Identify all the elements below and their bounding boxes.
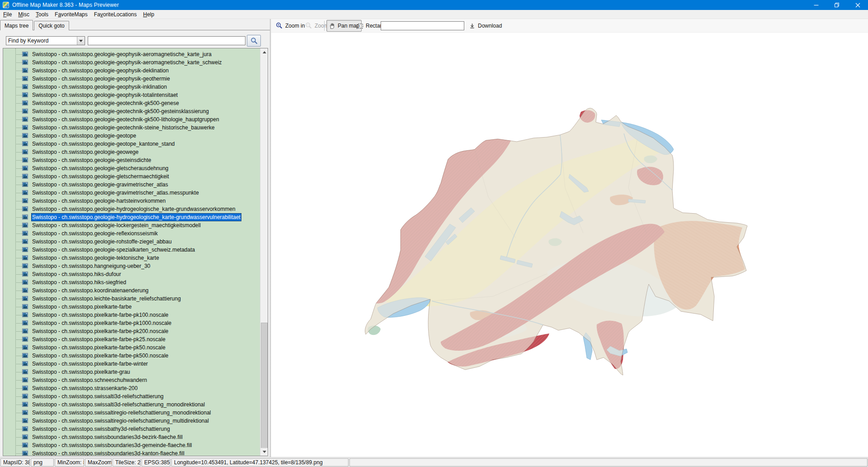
tree-connector [15,282,22,283]
tree-item[interactable]: Swisstopo - ch.swisstopo.geologie-gletsc… [3,164,268,172]
tree-item[interactable]: Swisstopo - ch.swisstopo.geologie-reflex… [3,229,268,238]
tree-item[interactable]: Swisstopo - ch.swisstopo.swissaltiregio-… [3,409,268,417]
tree-item[interactable]: Swisstopo - ch.swisstopo.geologie-spezia… [3,246,268,254]
tree-item[interactable]: Swisstopo - ch.swisstopo.geologie-hydrog… [3,213,268,221]
map-layer-icon [22,320,28,325]
search-input[interactable] [88,36,245,45]
tree-item-label: Swisstopo - ch.swisstopo.swissaltiregio-… [31,409,212,417]
map-canvas[interactable] [271,33,868,457]
tree-item[interactable]: Swisstopo - ch.swisstopo.geologie-geoweg… [3,148,268,156]
tree-item-label: Swisstopo - ch.swisstopo.geologie-gestei… [31,156,152,164]
search-mode-combobox[interactable]: Find by Keyword [6,36,85,45]
tree-item[interactable]: Swisstopo - ch.swisstopo.pixelkarte-farb… [3,311,268,319]
tree-item[interactable]: Swisstopo - ch.swisstopo.geologie-tekton… [3,254,268,262]
tree-item-label: Swisstopo - ch.swisstopo.pixelkarte-farb… [31,303,132,311]
tree-item[interactable]: Swisstopo - ch.swisstopo.koordinatenaend… [3,286,268,295]
scrollbar-thumb[interactable] [261,323,268,448]
tree-item[interactable]: Swisstopo - ch.swisstopo.swissboundaries… [3,433,268,441]
tab-maps-tree[interactable]: Maps tree [0,20,33,30]
tree-item[interactable]: Swisstopo - ch.swisstopo.hiks-siegfried [3,278,268,286]
map-layer-icon [22,410,28,415]
tree-item[interactable]: Swisstopo - ch.swisstopo.swissalti3d-rel… [3,392,268,400]
tree-item[interactable]: Swisstopo - ch.swisstopo.geologie-geotec… [3,115,268,124]
tree-scrollbar[interactable] [260,48,268,456]
tree-item[interactable]: Swisstopo - ch.swisstopo.swissboundaries… [3,449,268,456]
tree-item[interactable]: Swisstopo - ch.swisstopo.pixelkarte-farb… [3,303,268,311]
tree-item[interactable]: Swisstopo - ch.swisstopo.swissaltiregio-… [3,417,268,425]
scroll-up-button[interactable] [260,48,268,56]
tree-item[interactable]: Swisstopo - ch.swisstopo.geologie-gestei… [3,156,268,164]
tree-item[interactable]: Swisstopo - ch.swisstopo.geologie-gravim… [3,181,268,189]
chevron-down-icon[interactable] [77,37,85,45]
menu-help[interactable]: Help [140,10,158,19]
tree-item[interactable]: Swisstopo - ch.swisstopo.pixelkarte-grau [3,368,268,376]
tree-connector [15,225,22,226]
tree-item[interactable]: Swisstopo - ch.swisstopo.pixelkarte-farb… [3,343,268,352]
search-button[interactable] [247,35,261,47]
tree-item[interactable]: Swisstopo - ch.swisstopo.hangneigung-ueb… [3,262,268,270]
map-layer-icon [22,255,28,260]
tree-connector [15,242,22,242]
tree-item-label: Swisstopo - ch.swisstopo.swissalti3d-rel… [31,392,165,400]
tree-connector [15,152,22,152]
tree-item-label: Swisstopo - ch.swisstopo.swissboundaries… [31,441,193,449]
menu-favoritemaps[interactable]: FavoriteMaps [52,10,91,19]
zoom-in-button[interactable]: Zoom in [274,20,307,32]
tree-item[interactable]: Swisstopo - ch.swisstopo.geologie-geotec… [3,107,268,115]
menu-file[interactable]: File [0,10,15,19]
tree-item[interactable]: Swisstopo - ch.swisstopo.strassenkarte-2… [3,384,268,392]
tree-item[interactable]: Swisstopo - ch.swisstopo.geologie-geotec… [3,99,268,107]
menu-tools[interactable]: Tools [33,10,52,19]
tree-item[interactable]: Swisstopo - ch.swisstopo.swissboundaries… [3,441,268,449]
download-button[interactable]: Download [467,20,504,32]
tree-item[interactable]: Swisstopo - ch.swisstopo.geologie-geophy… [3,75,268,83]
tree-item[interactable]: Swisstopo - ch.swisstopo.swissbathy3d-re… [3,425,268,433]
restore-icon [834,2,840,8]
map-layer-icon [22,263,28,268]
toolbar-separator [324,21,325,31]
tree-item-label: Swisstopo - ch.swisstopo.swissbathy3d-re… [31,425,171,433]
tree-item[interactable]: Swisstopo - ch.swisstopo.pixelkarte-farb… [3,335,268,343]
tree-item[interactable]: Swisstopo - ch.swisstopo.hiks-dufour [3,270,268,278]
tree-item[interactable]: Swisstopo - ch.swisstopo.geologie-geotec… [3,124,268,132]
tree-item[interactable]: Swisstopo - ch.swisstopo.geologie-geophy… [3,91,268,99]
tree-item[interactable]: Swisstopo - ch.swisstopo.geologie-geophy… [3,50,268,58]
menu-misc[interactable]: Misc [15,10,33,19]
tree-item[interactable]: Swisstopo - ch.swisstopo.geologie-geotop… [3,140,268,148]
zoom-in-label: Zoom in [285,23,305,29]
tree-item[interactable]: Swisstopo - ch.swisstopo.geologie-gravim… [3,189,268,197]
restore-button[interactable] [826,0,847,10]
tree-item-label: Swisstopo - ch.swisstopo.geologie-geotec… [31,115,220,124]
tree-item[interactable]: Swisstopo - ch.swisstopo.leichte-basiska… [3,295,268,303]
tree-item[interactable]: Swisstopo - ch.swisstopo.schneeschuhwand… [3,376,268,384]
tree-item[interactable]: Swisstopo - ch.swisstopo.swissalti3d-rel… [3,400,268,409]
map-layer-icon [22,206,28,211]
tree-item[interactable]: Swisstopo - ch.swisstopo.geologie-geotop… [3,132,268,140]
tree-item[interactable]: Swisstopo - ch.swisstopo.pixelkarte-farb… [3,352,268,360]
map-layer-icon [22,149,28,154]
tree-item[interactable]: Swisstopo - ch.swisstopo.pixelkarte-farb… [3,360,268,368]
menu-favoritelocations[interactable]: FavoriteLocations [91,10,140,19]
tree-item-label: Swisstopo - ch.swisstopo.pixelkarte-farb… [31,352,169,360]
tree-item[interactable]: Swisstopo - ch.swisstopo.geologie-geophy… [3,58,268,67]
tree-item[interactable]: Swisstopo - ch.swisstopo.geologie-geophy… [3,83,268,91]
tree-item[interactable]: Swisstopo - ch.swisstopo.pixelkarte-farb… [3,327,268,335]
tree-item[interactable]: Swisstopo - ch.swisstopo.geologie-locker… [3,221,268,229]
statusbar: MapsID: 3879pngMinZoom: 8MaxZoom: 18Tile… [0,457,868,467]
map-layer-icon [22,353,28,358]
tree-item-label: Swisstopo - ch.swisstopo.geologie-gravim… [31,181,169,189]
tree-item[interactable]: Swisstopo - ch.swisstopo.geologie-geophy… [3,67,268,75]
scroll-down-button[interactable] [260,448,268,456]
minimize-button[interactable] [806,0,826,10]
tree-item[interactable]: Swisstopo - ch.swisstopo.geologie-rohsto… [3,238,268,246]
coordinate-input[interactable] [381,21,464,30]
tree-item-label: Swisstopo - ch.swisstopo.geologie-geophy… [31,75,171,83]
tab-quick-goto[interactable]: Quick goto [34,21,69,30]
tree-connector [15,217,22,218]
tree-item[interactable]: Swisstopo - ch.swisstopo.geologie-hartst… [3,197,268,205]
tree-item-label: Swisstopo - ch.swisstopo.hiks-siegfried [31,278,127,286]
tree-item[interactable]: Swisstopo - ch.swisstopo.geologie-gletsc… [3,172,268,181]
tree-item[interactable]: Swisstopo - ch.swisstopo.geologie-hydrog… [3,205,268,213]
tree-item[interactable]: Swisstopo - ch.swisstopo.pixelkarte-farb… [3,319,268,327]
close-button[interactable] [847,0,868,10]
